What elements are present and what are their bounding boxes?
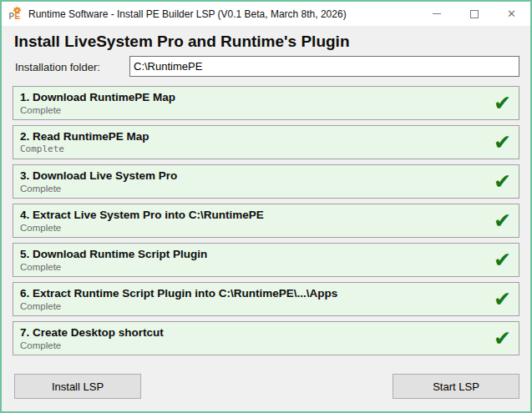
maximize-icon: [470, 10, 479, 18]
svg-text:E: E: [15, 12, 21, 21]
step-title: 4. Extract Live System Pro into C:\Runti…: [20, 208, 512, 222]
check-icon: ✔: [494, 288, 511, 309]
maximize-button[interactable]: [455, 2, 493, 26]
step-status: Complete: [20, 144, 512, 155]
start-lsp-button[interactable]: Start LSP: [393, 374, 519, 399]
page-title: Install LiveSystem Pro and Runtime's Plu…: [14, 33, 350, 51]
step-status: Complete: [20, 183, 512, 194]
window-controls: ✕: [418, 2, 530, 26]
step-status: Complete: [20, 300, 512, 312]
step-panel: 4. Extract Live System Pro into C:\Runti…: [13, 204, 519, 238]
step-status: Complete: [20, 222, 512, 234]
app-window: P E Runtime Software - Install PE Builde…: [0, 0, 532, 413]
installation-folder-label: Installation folder:: [15, 61, 100, 73]
check-icon: ✔: [494, 249, 511, 269]
step-panel: 1. Download RuntimePE Map Complete ✔: [13, 86, 519, 120]
step-status: Complete: [20, 340, 512, 351]
check-icon: ✔: [494, 327, 511, 348]
step-title: 3. Download Live System Pro: [20, 169, 512, 183]
minimize-icon: [433, 13, 441, 14]
svg-text:P: P: [9, 12, 15, 21]
step-title: 1. Download RuntimePE Map: [20, 90, 512, 104]
close-icon: ✕: [507, 8, 516, 19]
check-icon: ✔: [494, 92, 511, 113]
check-icon: ✔: [494, 131, 511, 152]
content-area: Install LiveSystem Pro and Runtime's Plu…: [2, 26, 530, 413]
step-panel: 7. Create Desktop shortcut Complete ✔: [13, 321, 519, 355]
titlebar: P E Runtime Software - Install PE Builde…: [2, 2, 530, 26]
step-panel: 2. Read RuntimePE Map Complete ✔: [13, 125, 519, 159]
installation-folder-input[interactable]: [129, 56, 519, 77]
step-panel: 6. Extract Runtime Script Plugin into C:…: [13, 282, 519, 316]
install-lsp-button[interactable]: Install LSP: [14, 374, 141, 399]
minimize-button[interactable]: [418, 2, 455, 26]
step-title: 5. Download Runtime Script Plugin: [20, 247, 512, 261]
check-icon: ✔: [494, 209, 511, 230]
close-button[interactable]: ✕: [493, 2, 530, 26]
step-status: Complete: [20, 261, 512, 273]
steps-list: 1. Download RuntimePE Map Complete ✔ 2. …: [13, 86, 519, 355]
step-title: 6. Extract Runtime Script Plugin into C:…: [20, 286, 512, 300]
window-title: Runtime Software - Install PE Builder LS…: [28, 8, 347, 20]
step-status: Complete: [20, 104, 512, 116]
step-title: 2. Read RuntimePE Map: [20, 129, 512, 144]
check-icon: ✔: [494, 170, 511, 191]
step-title: 7. Create Desktop shortcut: [20, 325, 512, 340]
step-panel: 5. Download Runtime Script Plugin Comple…: [13, 243, 519, 277]
app-icon: P E: [8, 7, 23, 21]
step-panel: 3. Download Live System Pro Complete ✔: [13, 164, 519, 199]
